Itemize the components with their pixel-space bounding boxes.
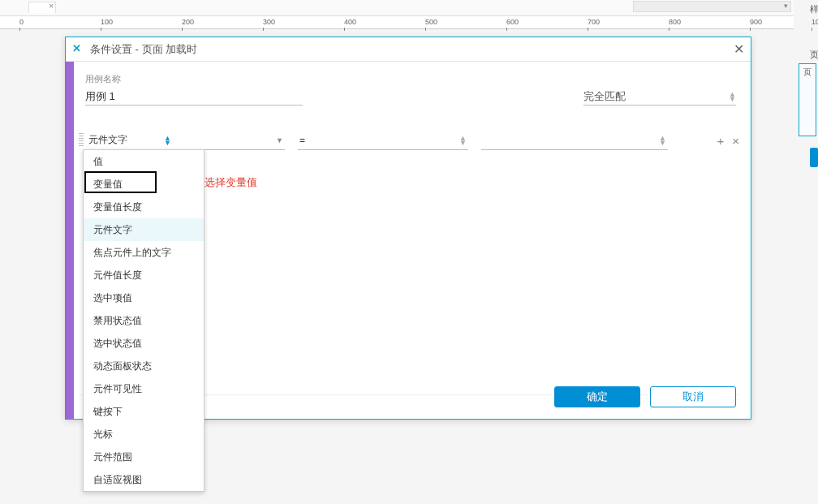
dropdown-item[interactable]: 元件范围 bbox=[84, 446, 204, 468]
updown-icon: ▲▼ bbox=[164, 136, 171, 145]
ruler-tick: 900 bbox=[750, 18, 762, 26]
ruler-tick: 800 bbox=[669, 18, 681, 26]
caret-down-icon: ▼ bbox=[276, 136, 283, 144]
dropdown-item[interactable]: 焦点元件上的文字 bbox=[84, 241, 204, 264]
dialog-accent-bar bbox=[66, 62, 74, 419]
ruler-tick: 200 bbox=[182, 18, 194, 26]
ruler-tick: 500 bbox=[425, 18, 437, 26]
match-mode-select[interactable]: 完全匹配 ▲▼ bbox=[583, 88, 736, 106]
ruler-tick: 400 bbox=[344, 18, 356, 26]
dropdown-item[interactable]: 元件可见性 bbox=[84, 377, 204, 400]
dropdown-item[interactable]: 元件值长度 bbox=[84, 264, 204, 286]
dropdown-item[interactable]: 禁用状态值 bbox=[84, 309, 204, 332]
dropdown-item[interactable]: 选中状态值 bbox=[84, 332, 204, 355]
dialog-title: 条件设置 - 页面 加载时 bbox=[90, 42, 197, 57]
case-name-input[interactable] bbox=[85, 88, 303, 106]
app-logo-icon bbox=[72, 44, 84, 55]
ruler-tick: 1000 bbox=[812, 18, 818, 26]
right-panel-tab[interactable]: 页 bbox=[810, 49, 818, 61]
remove-condition-button[interactable]: × bbox=[732, 134, 739, 148]
dropdown-item[interactable]: 变量值 bbox=[84, 173, 204, 196]
ruler-tick: 100 bbox=[101, 18, 113, 26]
dialog-titlebar: 条件设置 - 页面 加载时 ✕ bbox=[66, 37, 751, 62]
case-name-label: 用例名称 bbox=[85, 73, 121, 85]
caret-down-icon: ▾ bbox=[784, 2, 788, 10]
ruler-tick: 300 bbox=[263, 18, 275, 26]
ruler-tick: 0 bbox=[19, 18, 24, 26]
cancel-button[interactable]: 取消 bbox=[650, 386, 736, 407]
document-tab[interactable]: × bbox=[28, 2, 56, 13]
condition-field-value: 元件文字 bbox=[88, 133, 127, 147]
condition-field-dropdown[interactable]: 值变量值变量值长度元件文字焦点元件上的文字元件值长度选中项值禁用状态值选中状态值… bbox=[83, 149, 204, 492]
drag-handle-icon[interactable] bbox=[79, 133, 84, 148]
dropdown-item[interactable]: 光标 bbox=[84, 423, 204, 446]
dropdown-item[interactable]: 自适应视图 bbox=[84, 468, 204, 491]
ruler-tick: 700 bbox=[588, 18, 600, 26]
right-panel-preview-label: 页 bbox=[803, 67, 812, 78]
dropdown-item[interactable]: 元件文字 bbox=[84, 218, 204, 241]
dropdown-item[interactable]: 选中项值 bbox=[84, 286, 204, 309]
close-tab-icon[interactable]: × bbox=[49, 2, 54, 11]
ok-button[interactable]: 确定 bbox=[554, 386, 640, 407]
ruler-tick: 600 bbox=[506, 18, 519, 26]
match-mode-value: 完全匹配 bbox=[583, 89, 626, 104]
right-header: 样 bbox=[810, 3, 818, 15]
toolbar-dropdown[interactable]: ▾ bbox=[633, 1, 791, 12]
condition-value-select[interactable]: ▲▼ bbox=[481, 131, 668, 150]
condition-operator-value: = bbox=[299, 135, 305, 146]
close-icon[interactable]: ✕ bbox=[734, 41, 744, 57]
right-panel-accent bbox=[810, 148, 818, 167]
updown-icon: ▲▼ bbox=[729, 92, 736, 101]
dropdown-item[interactable]: 动态面板状态 bbox=[84, 355, 204, 377]
dropdown-item[interactable]: 变量值长度 bbox=[84, 196, 204, 218]
horizontal-ruler: 0 100 200 300 400 500 600 700 800 900 10… bbox=[0, 16, 794, 29]
dialog-footer: 确定 取消 bbox=[554, 386, 736, 407]
condition-field-select[interactable]: 元件文字 ▲▼ bbox=[87, 131, 173, 150]
condition-operator-select[interactable]: = ▲▼ bbox=[298, 131, 468, 150]
dropdown-item[interactable]: 值 bbox=[84, 150, 204, 173]
dropdown-item[interactable]: 键按下 bbox=[84, 400, 204, 423]
updown-icon: ▲▼ bbox=[459, 136, 467, 145]
condition-target-select[interactable]: ▼ bbox=[179, 131, 285, 150]
updown-icon: ▲▼ bbox=[659, 136, 666, 145]
add-condition-button[interactable]: + bbox=[717, 134, 724, 148]
